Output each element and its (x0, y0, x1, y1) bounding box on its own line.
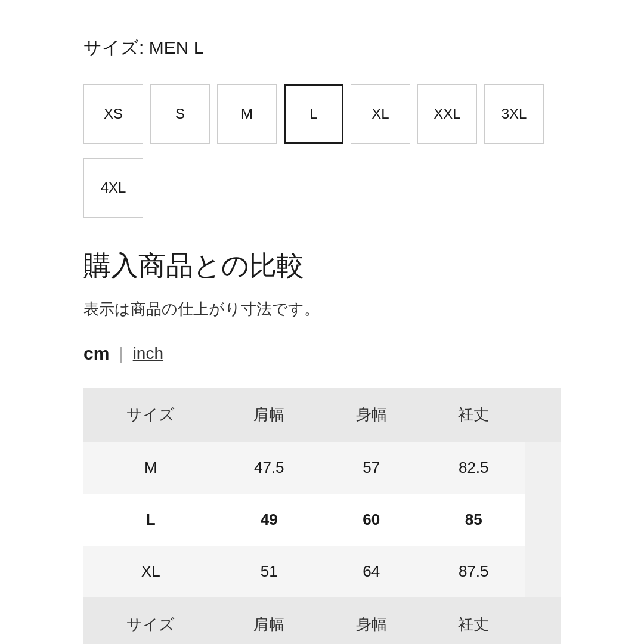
row-m-shoulder: 47.5 (218, 442, 320, 494)
row-l-extra (525, 494, 561, 546)
row-m-length: 82.5 (423, 442, 525, 494)
size-btn-xxl[interactable]: XXL (417, 84, 477, 144)
header-extra (525, 388, 561, 442)
size-btn-4xl[interactable]: 4XL (83, 158, 143, 218)
row-xl-extra (525, 546, 561, 597)
size-btn-s[interactable]: S (150, 84, 210, 144)
comparison-title: 購入商品との比較 (83, 247, 561, 284)
unit-toggle: cm | inch (83, 343, 561, 364)
table-row-highlight: L 49 60 85 (83, 494, 561, 546)
size-btn-l[interactable]: L (284, 84, 343, 144)
row-xl-length: 87.5 (423, 546, 525, 597)
header-size: サイズ (83, 388, 218, 442)
unit-divider: | (119, 344, 132, 363)
comparison-desc: 表示は商品の仕上がり寸法です。 (83, 299, 561, 320)
row-l-body: 60 (320, 494, 422, 546)
table-footer-row: サイズ 肩幅 身幅 衽丈 (83, 597, 561, 644)
unit-inch-label[interactable]: inch (133, 344, 163, 363)
table-row: XL 51 64 87.5 (83, 546, 561, 597)
header-length: 衽丈 (423, 388, 525, 442)
table-header-row: サイズ 肩幅 身幅 衽丈 (83, 388, 561, 442)
size-label: サイズ: MEN L (83, 36, 561, 60)
row-m-size: M (83, 442, 218, 494)
row-l-shoulder: 49 (218, 494, 320, 546)
unit-cm-label[interactable]: cm (83, 343, 119, 364)
row-xl-shoulder: 51 (218, 546, 320, 597)
footer-extra (525, 597, 561, 644)
size-btn-m[interactable]: M (217, 84, 277, 144)
row-l-size: L (83, 494, 218, 546)
footer-shoulder: 肩幅 (218, 597, 320, 644)
size-btn-3xl[interactable]: 3XL (484, 84, 544, 144)
header-shoulder: 肩幅 (218, 388, 320, 442)
row-m-body: 57 (320, 442, 422, 494)
size-selector: XS S M L XL XXL 3XL 4XL (83, 84, 561, 218)
footer-body: 身幅 (320, 597, 422, 644)
row-l-length: 85 (423, 494, 525, 546)
size-btn-xl[interactable]: XL (351, 84, 410, 144)
size-table: サイズ 肩幅 身幅 衽丈 M 47.5 57 82.5 L 49 60 85 (83, 388, 561, 644)
header-body: 身幅 (320, 388, 422, 442)
row-xl-size: XL (83, 546, 218, 597)
main-container: サイズ: MEN L XS S M L XL XXL 3XL 4XL 購入商品と… (0, 0, 644, 644)
row-xl-body: 64 (320, 546, 422, 597)
row-m-extra (525, 442, 561, 494)
size-btn-xs[interactable]: XS (83, 84, 143, 144)
footer-size: サイズ (83, 597, 218, 644)
footer-length: 衽丈 (423, 597, 525, 644)
table-row: M 47.5 57 82.5 (83, 442, 561, 494)
